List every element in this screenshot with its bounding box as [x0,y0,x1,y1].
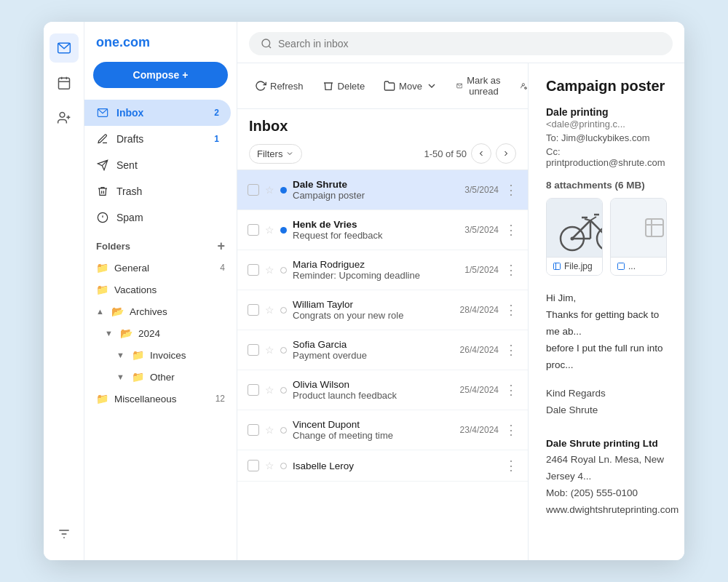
more-options-icon[interactable]: ⋮ [505,183,518,196]
more-options-icon[interactable]: ⋮ [505,343,518,356]
more-options-icon[interactable]: ⋮ [505,223,518,236]
prev-page-button[interactable] [471,143,491,164]
email-checkbox[interactable] [248,344,259,356]
drafts-count: 1 [214,134,219,144]
sent-label: Sent [116,159,219,171]
sidebar-item-drafts[interactable]: Drafts 1 [84,126,231,152]
attachment-filename-2: ... [611,257,666,275]
email-row[interactable]: ☆ William Taylor Congrats on your new ro… [237,290,528,330]
block-icon [520,80,527,92]
email-sender: Sofia Garcia [293,339,454,350]
chevron-down-icon: ▼ [116,351,124,359]
sidebar-item-sent[interactable]: Sent [84,152,231,178]
add-folder-button[interactable]: + [217,239,225,252]
svg-line-19 [525,87,526,89]
star-icon[interactable]: ☆ [265,184,274,196]
nav-calendar[interactable] [50,68,79,97]
more-options-icon[interactable]: ⋮ [505,423,518,436]
star-icon[interactable]: ☆ [265,344,274,356]
email-checkbox[interactable] [248,460,259,471]
spam-icon [96,211,109,224]
star-icon[interactable]: ☆ [265,264,274,276]
filters-button[interactable]: Filters [249,144,302,164]
block-sender-button[interactable]: Block sender [513,71,529,101]
svg-point-15 [262,39,270,47]
filters-bar: Filters 1-50 of 50 [237,139,528,170]
toolbar: Refresh Delete Move [237,63,528,109]
folder-general[interactable]: 📁 General 4 [84,257,237,279]
email-row[interactable]: ☆ Maria Rodriguez Reminder: Upcoming dea… [237,250,528,290]
svg-point-5 [60,113,65,118]
email-subject: Congrats on your new role [293,310,454,321]
detail-attachments-label: 8 attachments (6 MB) [546,180,667,191]
compose-button[interactable]: Compose + [93,62,228,88]
read-indicator [280,427,287,434]
email-checkbox[interactable] [248,304,259,316]
detail-sender-email: <dale@printing.c... [546,119,625,129]
sidebar-item-spam[interactable]: Spam [84,204,231,231]
next-page-button[interactable] [496,143,516,164]
folder-invoices[interactable]: ▼ 📁 Invoices [84,344,237,366]
star-icon[interactable]: ☆ [265,424,274,436]
folders-header: Folders + [84,231,237,257]
email-row[interactable]: ☆ Sofia Garcia Payment overdue 26/4/2024… [237,330,528,370]
svg-rect-39 [618,263,625,270]
search-input[interactable] [278,38,661,49]
email-sender: Vincent Dupont [293,419,454,430]
star-icon[interactable]: ☆ [265,304,274,316]
email-checkbox[interactable] [248,264,259,276]
folder-archives[interactable]: ▲ 📂 Archives [84,300,237,322]
folder-vacations[interactable]: 📁 Vacations [84,279,237,300]
star-icon[interactable]: ☆ [265,384,274,396]
email-row[interactable]: ☆ Henk de Vries Request for feedback 3/5… [237,210,528,250]
folder-2024[interactable]: ▼ 📂 2024 [84,322,237,344]
folder-miscellaneous[interactable]: 📁 Miscellaneous 12 [84,388,237,410]
chevron-right-icon [502,149,510,158]
email-row[interactable]: ☆ Vincent Dupont Change of meeting time … [237,410,528,450]
email-content: Isabelle Leroy [293,461,499,471]
sidebar-item-trash[interactable]: Trash [84,178,231,204]
mark-unread-icon [456,80,463,92]
email-content: Vincent Dupont Change of meeting time [293,419,454,441]
email-checkbox[interactable] [248,384,259,396]
nav-mail[interactable] [50,33,79,63]
move-button[interactable]: Move [376,76,445,96]
detail-cc: Cc: printproduction@shrute.com [546,146,667,168]
more-options-icon[interactable]: ⋮ [505,383,518,396]
inbox-count: 2 [214,108,219,118]
email-subject: Change of meeting time [293,430,454,441]
email-date: 28/4/2024 [460,305,499,315]
email-subject: Payment overdue [293,350,454,361]
more-options-icon[interactable]: ⋮ [505,303,518,316]
email-row[interactable]: ☆ Isabelle Leroy ⋮ [237,450,528,482]
search-bar [249,32,673,55]
email-checkbox[interactable] [248,224,259,236]
mark-unread-button[interactable]: Mark as unread [449,71,508,101]
chevron-down-icon [426,80,438,92]
attachment-preview-2 [611,199,667,257]
attachment-item[interactable]: ... [610,198,667,276]
nav-filters[interactable] [50,519,79,549]
attachment-filename: File.jpg [547,257,602,275]
email-row[interactable]: ☆ Dale Shrute Campaign poster 3/5/2024 ⋮ [237,170,528,210]
refresh-button[interactable]: Refresh [248,76,311,96]
email-date: 23/4/2024 [460,425,499,435]
email-checkbox[interactable] [248,184,259,196]
chevron-down-icon: ▼ [105,329,113,338]
delete-button[interactable]: Delete [315,76,373,96]
sidebar-item-inbox[interactable]: Inbox 2 [84,100,231,126]
star-icon[interactable]: ☆ [265,460,274,471]
attachment-preview [547,199,603,257]
nav-contacts[interactable] [50,103,79,132]
attachment-item[interactable]: File.jpg [546,198,603,276]
email-checkbox[interactable] [248,424,259,436]
email-row[interactable]: ☆ Olivia Wilson Product launch feedback … [237,370,528,410]
star-icon[interactable]: ☆ [265,224,274,236]
main-area: Refresh Delete Move [237,22,684,560]
email-date: 1/5/2024 [464,265,499,275]
folder-other[interactable]: ▼ 📁 Other [84,366,237,388]
app-window: one.com Compose + Inbox 2 Drafts 1 [44,22,684,560]
more-options-icon[interactable]: ⋮ [505,459,518,472]
detail-sender-info: Dale printing <dale@printing.c... [546,106,667,129]
more-options-icon[interactable]: ⋮ [505,263,518,276]
